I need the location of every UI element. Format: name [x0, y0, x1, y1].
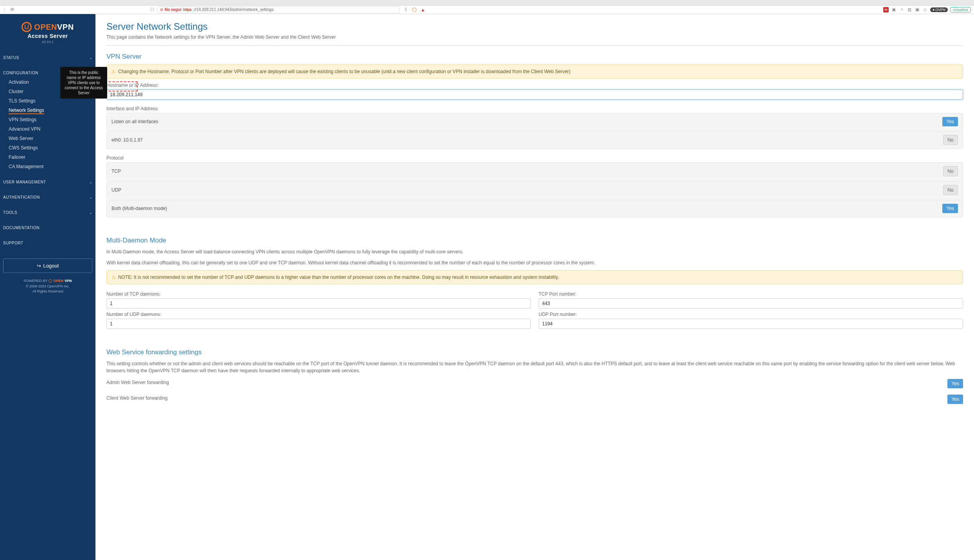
warning-icon: ⚠	[111, 69, 116, 74]
logout-label: Logout	[43, 263, 59, 269]
nav-item-label: Web Server	[9, 136, 33, 141]
nav-support[interactable]: SUPPORT	[3, 239, 92, 248]
option-toggle[interactable]: No	[943, 166, 958, 176]
browser-tab-strip	[0, 0, 974, 5]
interface-label: Interface and IP Address	[106, 106, 963, 111]
udp-daemons-label: Number of UDP daemons:	[106, 312, 531, 317]
security-status: No segur	[165, 7, 182, 12]
nav-item-label: Cluster	[9, 89, 23, 94]
web-heading: Web Service forwarding settings	[106, 348, 963, 356]
main-content: Server Network Settings This page contai…	[95, 14, 974, 560]
note-text: NOTE: It is not recommended to set the n…	[118, 275, 559, 280]
insecure-icon: ⊘	[160, 7, 163, 12]
option-toggle[interactable]: Yes	[942, 204, 958, 213]
update-button[interactable]: Actualitza	[950, 7, 971, 13]
sidebar: OPENVPN Access Server v2.14.1 STATUS ⌄ C…	[0, 14, 95, 560]
protocol-label: Protocol	[106, 155, 963, 161]
sidebar-item-ca-management[interactable]: CA Management	[9, 162, 92, 171]
tcp-port-label: TCP Port number:	[539, 291, 963, 297]
tcp-daemons-label: Number of TCP daemons:	[106, 291, 531, 297]
extension-icon[interactable]: ▣	[891, 7, 897, 13]
nav-support-label: SUPPORT	[3, 241, 23, 245]
logo-text: OPENVPN	[34, 23, 74, 32]
nav-status-label: STATUS	[3, 56, 19, 60]
option-row: UDPNo	[106, 181, 963, 199]
extension-icon[interactable]: ◇	[922, 7, 928, 13]
nav-item-label: Activation	[9, 79, 29, 85]
nav-auth-label: AUTHENTICATION	[3, 195, 40, 199]
sidebar-item-vpn-settings[interactable]: VPN Settings	[9, 115, 92, 124]
nav-docs-label: DOCUMENTATION	[3, 226, 40, 230]
udp-daemons-input[interactable]	[106, 319, 531, 329]
nav-configuration-label: CONFIGURATION	[3, 71, 38, 75]
logo-subtitle: Access Server	[0, 33, 95, 39]
sidebar-item-network-settings[interactable]: Network Settings	[9, 106, 92, 115]
option-toggle[interactable]: No	[943, 135, 958, 145]
admin-fwd-toggle[interactable]: Yes	[947, 379, 963, 388]
option-row: Listen on all interfacesYes	[106, 113, 963, 130]
udp-port-label: UDP Port number:	[539, 312, 963, 317]
note-alert: ⚠ NOTE: It is not recommended to set the…	[106, 270, 963, 284]
udp-port-input[interactable]	[539, 319, 963, 329]
nav-back-icon[interactable]: 〉	[3, 7, 7, 13]
warning-text: Changing the Hostname, Protocol or Port …	[118, 69, 570, 74]
client-fwd-toggle[interactable]: Yes	[947, 395, 963, 404]
nav-status[interactable]: STATUS ⌄	[3, 53, 92, 62]
nav-item-label: VPN Settings	[9, 117, 36, 122]
option-row: eth0: 10.0.1.97No	[106, 131, 963, 149]
shield-icon[interactable]: ◯	[412, 7, 417, 13]
nav-user-mgmt[interactable]: USER MANAGEMENT ⌄	[3, 178, 92, 187]
browser-toolbar: 〉 ⟳ ☐ ⊘ No segur https://18.209.211.149:…	[0, 5, 974, 14]
nav-item-label: TLS Settings	[9, 98, 36, 104]
nav-tools[interactable]: TOOLS ⌄	[3, 208, 92, 217]
nav-documentation[interactable]: DOCUMENTATION	[3, 223, 92, 232]
reload-icon[interactable]: ⟳	[11, 7, 14, 12]
nav-user-mgmt-label: USER MANAGEMENT	[3, 180, 46, 184]
warning-alert: ⚠ Changing the Hostname, Protocol or Por…	[106, 65, 963, 79]
extension-icon[interactable]: m	[883, 7, 889, 13]
page-title: Server Network Settings	[106, 21, 963, 32]
logout-button[interactable]: ↪ Logout	[3, 258, 92, 273]
option-toggle[interactable]: No	[943, 185, 958, 195]
sidebar-item-web-server[interactable]: Web Server	[9, 134, 92, 143]
tcp-daemons-input[interactable]	[106, 298, 531, 309]
option-label: Listen on all interfaces	[111, 119, 158, 124]
nav-item-label: Failover	[9, 154, 25, 160]
logo-icon	[22, 22, 32, 32]
logo: OPENVPN Access Server v2.14.1	[0, 19, 95, 50]
chevron-down-icon: ⌄	[89, 210, 93, 215]
multi-desc2: With kernel data channel offloading, thi…	[106, 259, 963, 266]
hostname-label: Hostname or IP Address:	[106, 83, 963, 88]
nav-item-label: CWS Settings	[9, 145, 38, 151]
warning-icon[interactable]: ▲	[420, 7, 426, 13]
multi-desc1: In Multi-Daemon mode, the Access Server …	[106, 248, 963, 255]
nav-authentication[interactable]: AUTHENTICATION ⌄	[3, 193, 92, 202]
chevron-down-icon: ⌄	[89, 195, 93, 199]
bookmark-icon[interactable]: ☐	[150, 7, 154, 12]
sidebar-item-failover[interactable]: Failover	[9, 153, 92, 162]
page-subtitle: This page contains the Network settings …	[106, 34, 963, 46]
option-row: Both (Multi-daemon mode)Yes	[106, 200, 963, 217]
sidebar-item-advanced-vpn[interactable]: Advanced VPN	[9, 124, 92, 134]
url-bar[interactable]: ⊘ No segur https://18.209.211.149:943/ad…	[157, 6, 400, 13]
ovpn-badge[interactable]: ● OVPN	[930, 7, 948, 12]
version-text: v2.14.1	[0, 40, 95, 44]
option-row: TCPNo	[106, 162, 963, 180]
share-icon[interactable]: ⇧	[403, 7, 408, 13]
option-toggle[interactable]: Yes	[942, 117, 958, 126]
sidebar-footer: POWERED BY OPENVPN © 2009-2024 OpenVPN I…	[0, 278, 95, 294]
hostname-input[interactable]	[106, 90, 963, 100]
tcp-port-input[interactable]	[539, 298, 963, 309]
option-label: TCP	[111, 169, 121, 174]
extension-icon[interactable]: ▣	[915, 7, 920, 13]
nav-tools-label: TOOLS	[3, 210, 17, 215]
nav-item-label: CA Management	[9, 164, 43, 169]
option-label: Both (Multi-daemon mode)	[111, 206, 167, 211]
extension-icon[interactable]: ✧	[899, 7, 904, 13]
extension-icon[interactable]: ▥	[907, 7, 912, 13]
sidebar-item-cws-settings[interactable]: CWS Settings	[9, 143, 92, 153]
option-label: eth0: 10.0.1.97	[111, 137, 143, 143]
logout-icon: ↪	[37, 263, 41, 269]
option-label: UDP	[111, 187, 121, 193]
chevron-down-icon: ⌄	[89, 56, 93, 60]
